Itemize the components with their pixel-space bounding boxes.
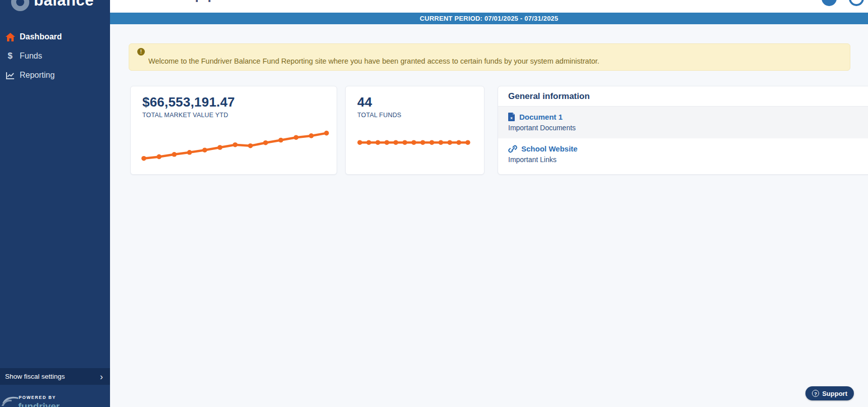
current-period-banner: CURRENT PERIOD: 07/01/2025 - 07/31/2025 [110, 13, 868, 24]
brand-logo: balance [0, 0, 110, 12]
website-subtitle: Important Links [508, 156, 860, 164]
welcome-alert: ! Welcome to the Fundriver Balance Fund … [129, 43, 850, 71]
chevron-right-icon: › [100, 372, 103, 381]
cutoff-text-artifact [208, 0, 210, 2]
general-information-panel: General information x Document 1 Importa… [498, 86, 868, 175]
sidebar-item-reporting[interactable]: Reporting [0, 66, 110, 85]
total-funds-card: 44 TOTAL FUNDS [345, 86, 484, 175]
total-market-value: $66,553,191.47 [142, 94, 337, 110]
user-profile-icon[interactable] [849, 0, 864, 6]
support-button[interactable]: ? Support [805, 386, 854, 400]
document-link[interactable]: Document 1 [519, 113, 563, 121]
powered-by-label: POWERED BY [19, 395, 56, 400]
top-bar [110, 0, 868, 13]
fundriver-wordmark: fundriver [18, 401, 60, 407]
line-chart-icon [4, 72, 16, 79]
document-link-row[interactable]: x Document 1 [508, 113, 860, 121]
dollar-icon: $ [4, 51, 16, 61]
link-icon [508, 145, 517, 153]
sidebar: balance Dashboard $ Funds Reporting Show… [0, 0, 110, 407]
general-information-header: General information [498, 86, 868, 107]
current-period-text: CURRENT PERIOD: 07/01/2025 - 07/31/2025 [420, 15, 558, 22]
balance-logo-icon [11, 0, 29, 11]
total-funds-label: TOTAL FUNDS [357, 112, 484, 119]
show-fiscal-settings-toggle[interactable]: Show fiscal settings › [0, 368, 110, 385]
fundriver-logo-icon [2, 393, 20, 406]
list-item-website: School Website Important Links [498, 138, 868, 170]
brand-name: balance [34, 0, 94, 10]
total-funds-sparkline [357, 124, 471, 158]
total-market-value-label: TOTAL MARKET VALUE YTD [142, 112, 337, 119]
svg-text:x: x [510, 116, 513, 120]
general-information-title: General information [508, 91, 590, 101]
website-link-row[interactable]: School Website [508, 144, 860, 153]
list-item-document: x Document 1 Important Documents [498, 107, 868, 138]
total-funds-value: 44 [357, 94, 484, 110]
sidebar-item-label: Dashboard [20, 32, 62, 41]
sidebar-item-dashboard[interactable]: Dashboard [0, 27, 110, 46]
home-icon [4, 33, 16, 41]
question-circle-icon: ? [812, 390, 819, 397]
main-area: CURRENT PERIOD: 07/01/2025 - 07/31/2025 … [110, 0, 868, 407]
welcome-alert-text: Welcome to the Fundriver Balance Fund Re… [148, 57, 842, 65]
document-subtitle: Important Documents [508, 124, 860, 132]
notifications-icon[interactable] [822, 0, 837, 6]
support-button-label: Support [822, 390, 847, 397]
sidebar-nav: Dashboard $ Funds Reporting [0, 27, 110, 85]
sidebar-item-label: Reporting [20, 71, 55, 80]
powered-by-footer: POWERED BY fundriver [0, 387, 110, 407]
exclamation-circle-icon: ! [137, 48, 145, 56]
school-website-link[interactable]: School Website [521, 144, 577, 153]
total-market-value-card: $66,553,191.47 TOTAL MARKET VALUE YTD [130, 86, 337, 175]
cutoff-text-artifact [196, 0, 198, 2]
market-value-sparkline [141, 129, 330, 162]
fiscal-settings-label: Show fiscal settings [5, 373, 65, 380]
sidebar-item-funds[interactable]: $ Funds [0, 46, 110, 66]
dashboard-cards: $66,553,191.47 TOTAL MARKET VALUE YTD 44… [130, 86, 868, 175]
sidebar-item-label: Funds [20, 52, 42, 61]
file-document-icon: x [508, 113, 515, 121]
